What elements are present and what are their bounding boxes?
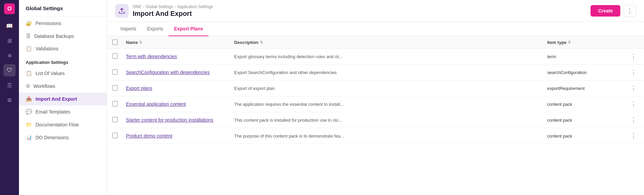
header-actions-cell	[622, 40, 639, 45]
list-values-icon: 📋	[26, 70, 32, 76]
nav-grid-icon[interactable]: ⊞	[3, 34, 16, 47]
row-checkbox[interactable]	[112, 85, 118, 91]
row-checkbox[interactable]	[112, 101, 118, 106]
top-header: ONE › Global Settings › Application Sett…	[107, 0, 644, 22]
nav-settings-icon[interactable]: ⚙	[3, 94, 16, 106]
row-checkbox[interactable]	[112, 117, 118, 122]
sidebar-item-validations[interactable]: 📋 Validations	[19, 42, 107, 55]
row-item-type: content pack	[547, 118, 622, 123]
sidebar-item-label: DO Dimensions	[36, 135, 69, 140]
database-icon: 🗄	[26, 33, 31, 39]
sidebar-item-database-backups[interactable]: 🗄 Database Backups	[19, 30, 107, 42]
sidebar-section-label: Application Settings	[19, 55, 107, 67]
sidebar-item-email-templates[interactable]: 💬 Email Templates	[19, 105, 107, 118]
row-description: Export SearchConfiguration and other dep…	[234, 70, 547, 75]
header-name-label: Name	[126, 40, 138, 45]
row-name[interactable]: SearchConfiguration with dependencies	[126, 70, 234, 75]
row-more-button[interactable]: ⋮	[628, 131, 639, 140]
header-item-type: Item type ⇅	[547, 40, 622, 45]
sidebar-item-list-of-values[interactable]: 📋 List Of Values	[19, 67, 107, 80]
sidebar-item-label: Permissions	[36, 21, 61, 26]
sidebar-item-documentation-flow[interactable]: 📁 Documentation Flow	[19, 118, 107, 131]
row-more-button[interactable]: ⋮	[628, 100, 639, 108]
nav-chart-icon[interactable]: ≋	[3, 49, 16, 62]
row-description: The application requires the essential c…	[234, 102, 547, 107]
more-options-icon: ⋮	[627, 7, 633, 15]
row-more-button[interactable]: ⋮	[628, 84, 639, 93]
table-row: Export plans Export of export plan expor…	[107, 80, 644, 96]
table-row: Product demo content The purpose of this…	[107, 128, 644, 144]
email-icon: 💬	[26, 109, 32, 115]
row-name[interactable]: Term with dependencies	[126, 54, 234, 59]
row-checkbox[interactable]	[112, 133, 118, 138]
row-item-type: searchConfiguration	[547, 70, 622, 75]
workflows-icon: ⚙	[26, 83, 30, 89]
breadcrumb-global: Global Settings	[146, 4, 173, 9]
row-checkbox[interactable]	[112, 53, 118, 59]
select-all-checkbox[interactable]	[112, 40, 118, 45]
item-type-sort-icon[interactable]: ⇅	[568, 40, 571, 45]
row-actions: ⋮	[622, 116, 639, 124]
upload-icon	[118, 7, 125, 14]
nav-shield-icon[interactable]: 🛡	[3, 64, 16, 76]
nav-list-icon[interactable]: ☰	[3, 79, 16, 91]
row-checkbox-cell	[112, 117, 126, 123]
row-actions: ⋮	[622, 84, 639, 93]
row-name[interactable]: Export plans	[126, 86, 234, 91]
row-name[interactable]: Product demo content	[126, 133, 234, 139]
row-more-button[interactable]: ⋮	[628, 52, 639, 61]
description-sort-icon[interactable]: ⇅	[260, 40, 263, 45]
app-logo[interactable]: O	[4, 3, 15, 14]
row-actions: ⋮	[622, 52, 639, 61]
table-area: Name ⇅ Description ⇅ Item type ⇅ Term wi…	[107, 36, 644, 195]
more-options-button[interactable]: ⋮	[624, 5, 636, 17]
row-description: Export glossary terms including detectio…	[234, 54, 547, 59]
breadcrumb-one: ONE	[133, 4, 141, 9]
sidebar-item-label: Email Templates	[36, 109, 70, 115]
icon-bar: O 📖 ⊞ ≋ 🛡 ☰ ⚙	[0, 0, 19, 195]
row-item-type: exportRequirement	[547, 86, 622, 91]
row-more-button[interactable]: ⋮	[628, 68, 639, 77]
sidebar-item-label: Database Backups	[34, 33, 74, 39]
header-title-section: ONE › Global Settings › Application Sett…	[133, 4, 213, 18]
row-actions: ⋮	[622, 131, 639, 140]
sidebar-item-permissions[interactable]: 🔐 Permissions	[19, 17, 107, 30]
sidebar-item-label: List Of Values	[36, 71, 65, 76]
header-item-type-label: Item type	[547, 40, 567, 45]
table-row: Essential application content The applic…	[107, 96, 644, 112]
row-item-type: term	[547, 54, 622, 59]
breadcrumb-sep2: ›	[174, 4, 176, 9]
row-more-button[interactable]: ⋮	[628, 116, 639, 124]
dimensions-icon: 📊	[26, 135, 32, 141]
sidebar-item-label: Workflows	[34, 83, 55, 89]
breadcrumb-app: Application Settings	[177, 4, 213, 9]
row-checkbox[interactable]	[112, 69, 118, 75]
row-checkbox-cell	[112, 101, 126, 107]
sidebar-item-workflows[interactable]: ⚙ Workflows	[19, 80, 107, 93]
nav-book-icon[interactable]: 📖	[3, 20, 16, 32]
row-checkbox-cell	[112, 53, 126, 60]
sidebar-item-do-dimensions[interactable]: 📊 DO Dimensions	[19, 131, 107, 144]
row-checkbox-cell	[112, 69, 126, 76]
row-name[interactable]: Essential application content	[126, 101, 234, 107]
sidebar-item-label: Documentation Flow	[36, 122, 79, 127]
tab-imports[interactable]: Imports	[115, 22, 142, 36]
row-name[interactable]: Starter content for production installat…	[126, 117, 234, 123]
sidebar: Global Settings 🔐 Permissions 🗄 Database…	[19, 0, 107, 195]
breadcrumb-sep1: ›	[143, 4, 144, 9]
name-sort-icon[interactable]: ⇅	[139, 40, 142, 45]
sidebar-item-import-export[interactable]: 📤 Import And Export	[19, 93, 107, 105]
tab-export-plans[interactable]: Export Plans	[169, 22, 208, 36]
header-icon-box	[115, 4, 129, 18]
create-button[interactable]: Create	[591, 5, 620, 17]
header-checkbox-cell	[112, 40, 126, 45]
row-checkbox-cell	[112, 133, 126, 139]
header-description: Description ⇅	[234, 40, 547, 45]
import-export-icon: 📤	[26, 96, 32, 102]
header-description-label: Description	[234, 40, 259, 45]
row-description: Export of export plan	[234, 86, 547, 91]
row-actions: ⋮	[622, 100, 639, 108]
sidebar-header: Global Settings	[19, 0, 107, 17]
permissions-icon: 🔐	[26, 20, 32, 26]
tab-exports[interactable]: Exports	[142, 22, 169, 36]
